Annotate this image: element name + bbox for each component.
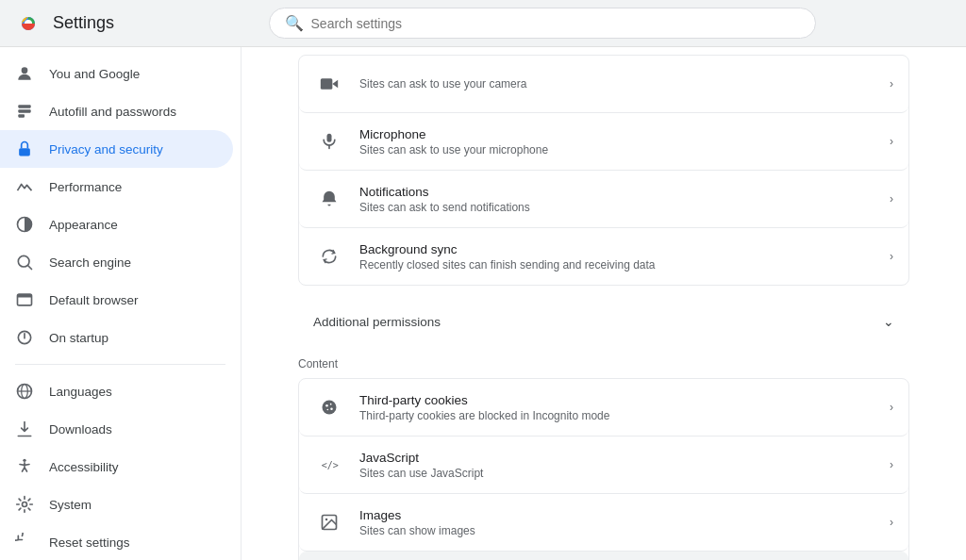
notifications-icon <box>314 184 344 214</box>
sidebar-label: Appearance <box>49 218 118 232</box>
person-icon <box>15 64 34 83</box>
camera-setting[interactable]: Sites can ask to use your camera › <box>299 56 908 113</box>
sidebar-item-performance[interactable]: Performance <box>0 168 233 206</box>
chevron-down-icon: ⌄ <box>883 314 894 329</box>
sidebar-label: Reset settings <box>49 535 130 550</box>
sidebar-item-privacy[interactable]: Privacy and security <box>0 130 233 168</box>
search-bar[interactable]: 🔍 <box>269 8 816 39</box>
sidebar-item-system[interactable]: System <box>0 486 233 523</box>
microphone-setting[interactable]: Microphone Sites can ask to use your mic… <box>299 113 908 171</box>
svg-point-18 <box>23 502 27 507</box>
images-text: Images Sites can show images <box>359 508 874 537</box>
notifications-setting[interactable]: Notifications Sites can ask to send noti… <box>299 171 908 228</box>
sidebar-item-default-browser[interactable]: Default browser <box>0 281 233 319</box>
popups-setting[interactable]: Pop-ups and redirects Don't allow sites … <box>299 552 908 560</box>
svg-point-31 <box>325 519 328 521</box>
sidebar-label: Search engine <box>49 255 131 270</box>
camera-text: Sites can ask to use your camera <box>359 77 874 91</box>
javascript-title: JavaScript <box>359 451 874 465</box>
cookies-title: Third-party cookies <box>359 393 874 407</box>
additional-permissions-label: Additional permissions <box>313 315 441 329</box>
javascript-setting[interactable]: </> JavaScript Sites can use JavaScript … <box>299 436 908 494</box>
images-setting[interactable]: Images Sites can show images › <box>299 494 908 552</box>
additional-permissions-header[interactable]: Additional permissions ⌄ <box>298 301 909 342</box>
svg-point-27 <box>330 407 333 410</box>
content-area: Sites can ask to use your camera › Micro… <box>242 47 966 560</box>
svg-text:</>: </> <box>322 460 339 470</box>
on-startup-icon <box>15 328 34 347</box>
search-input[interactable] <box>311 16 800 31</box>
sidebar-item-search-engine[interactable]: Search engine <box>0 243 233 281</box>
page-title: Settings <box>53 13 114 33</box>
chevron-icon: › <box>890 401 893 414</box>
chevron-icon: › <box>890 192 893 206</box>
svg-rect-4 <box>18 109 30 112</box>
sidebar-label: You and Google <box>49 67 140 81</box>
svg-point-25 <box>325 404 328 407</box>
cookies-text: Third-party cookies Third-party cookies … <box>359 393 874 422</box>
background-sync-title: Background sync <box>359 242 874 256</box>
notifications-text: Notifications Sites can ask to send noti… <box>359 185 874 214</box>
javascript-text: JavaScript Sites can use JavaScript <box>359 451 874 480</box>
sidebar-item-reset-settings[interactable]: Reset settings <box>0 523 233 560</box>
languages-icon <box>15 382 34 401</box>
lock-icon <box>15 140 34 158</box>
images-icon <box>314 507 344 537</box>
notifications-desc: Sites can ask to send notifications <box>359 201 874 214</box>
system-icon <box>15 495 34 514</box>
microphone-text: Microphone Sites can ask to use your mic… <box>359 127 874 156</box>
background-sync-setting[interactable]: Background sync Recently closed sites ca… <box>299 228 908 285</box>
microphone-title: Microphone <box>359 127 874 141</box>
main-layout: You and Google Autofill and passwords Pr… <box>0 47 966 560</box>
svg-rect-5 <box>18 114 25 117</box>
camera-icon <box>314 69 344 99</box>
downloads-icon <box>15 420 34 438</box>
sidebar-label: Default browser <box>49 293 139 307</box>
svg-point-28 <box>327 409 329 411</box>
sidebar-label: Accessibility <box>49 460 119 474</box>
sidebar-item-on-startup[interactable]: On startup <box>0 319 233 356</box>
header: Settings 🔍 <box>0 0 966 47</box>
content-section-group: Third-party cookies Third-party cookies … <box>298 378 909 560</box>
sidebar-label: Privacy and security <box>49 142 163 156</box>
sidebar-item-autofill[interactable]: Autofill and passwords <box>0 92 233 130</box>
notifications-title: Notifications <box>359 185 874 199</box>
sidebar-item-accessibility[interactable]: Accessibility <box>0 448 233 486</box>
reset-icon <box>15 533 34 552</box>
svg-point-2 <box>22 67 28 74</box>
svg-rect-10 <box>18 294 32 297</box>
svg-rect-3 <box>18 105 30 107</box>
sidebar-label: On startup <box>49 331 108 345</box>
chevron-icon: › <box>890 135 893 148</box>
camera-desc: Sites can ask to use your camera <box>359 77 874 91</box>
background-sync-text: Background sync Recently closed sites ca… <box>359 242 874 272</box>
sidebar: You and Google Autofill and passwords Pr… <box>0 47 242 560</box>
sidebar-item-you-and-google[interactable]: You and Google <box>0 55 233 92</box>
sidebar-label: Performance <box>49 180 122 194</box>
javascript-icon: </> <box>314 450 344 480</box>
chevron-icon: › <box>890 458 893 471</box>
sidebar-item-downloads[interactable]: Downloads <box>0 410 233 448</box>
chevron-icon: › <box>890 516 893 529</box>
accessibility-icon <box>15 457 34 476</box>
images-title: Images <box>359 508 874 522</box>
sidebar-item-appearance[interactable]: Appearance <box>0 206 233 243</box>
svg-rect-6 <box>19 148 30 156</box>
sidebar-item-languages[interactable]: Languages <box>0 372 233 410</box>
javascript-desc: Sites can use JavaScript <box>359 467 874 480</box>
search-engine-icon <box>15 253 34 272</box>
third-party-cookies-setting[interactable]: Third-party cookies Third-party cookies … <box>299 379 908 436</box>
cookies-desc: Third-party cookies are blocked in Incog… <box>359 409 874 422</box>
chevron-icon: › <box>890 250 893 263</box>
appearance-icon <box>15 215 34 234</box>
svg-rect-21 <box>321 78 333 90</box>
svg-point-17 <box>23 459 25 462</box>
sidebar-label: System <box>49 498 92 512</box>
svg-point-26 <box>330 404 332 405</box>
sidebar-label: Languages <box>49 385 112 399</box>
autofill-icon <box>15 102 34 121</box>
svg-rect-22 <box>327 134 332 142</box>
svg-point-24 <box>323 401 337 415</box>
content-section-label: Content <box>298 342 909 378</box>
microphone-desc: Sites can ask to use your microphone <box>359 143 874 156</box>
